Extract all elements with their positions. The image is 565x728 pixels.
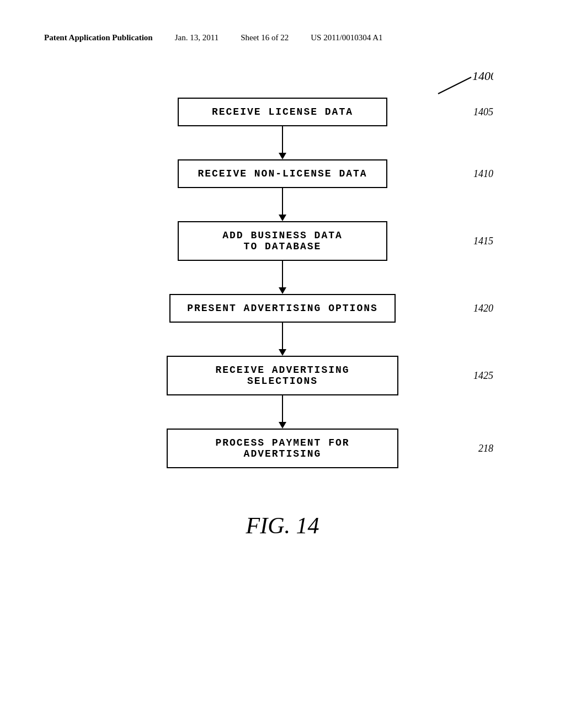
publication-sheet: Sheet 16 of 22 — [241, 33, 289, 42]
node-1425: RECEIVE ADVERTISING SELECTIONS 1425 — [44, 356, 521, 395]
publication-date: Jan. 13, 2011 — [175, 33, 218, 42]
box-1415-line2: TO DATABASE — [195, 241, 370, 252]
arrow-5 — [279, 395, 286, 429]
diagram-1400-label: 1400 — [427, 72, 493, 99]
label-1425: 1425 — [473, 370, 493, 382]
flowchart: RECEIVE LICENSE DATA 1405 RECEIVE NON-LI… — [44, 98, 521, 468]
node-1410: RECEIVE NON-LICENSE DATA 1410 — [44, 159, 521, 188]
arrow-shaft-5 — [282, 395, 283, 422]
node-1405: RECEIVE LICENSE DATA 1405 — [44, 98, 521, 126]
publication-number: US 2011/0010304 A1 — [311, 33, 382, 42]
node-1420: PRESENT ADVERTISING OPTIONS 1420 — [44, 294, 521, 323]
arrow-head-2 — [279, 215, 286, 221]
arrow-shaft-3 — [282, 261, 283, 287]
box-1405: RECEIVE LICENSE DATA — [178, 98, 387, 126]
box-1415-line1: ADD BUSINESS DATA — [195, 230, 370, 241]
box-1410: RECEIVE NON-LICENSE DATA — [178, 159, 387, 188]
page-header: Patent Application Publication Jan. 13, … — [44, 33, 521, 42]
svg-text:1400: 1400 — [472, 72, 493, 83]
arrow-2 — [279, 188, 286, 221]
label-218: 218 — [478, 443, 493, 454]
node-1415: ADD BUSINESS DATA TO DATABASE 1415 — [44, 221, 521, 261]
arrow-head-1 — [279, 153, 286, 159]
label-1400-svg: 1400 — [427, 72, 493, 99]
svg-line-0 — [438, 77, 471, 94]
arrow-1 — [279, 126, 286, 159]
box-1415: ADD BUSINESS DATA TO DATABASE — [178, 221, 387, 261]
label-1410: 1410 — [473, 168, 493, 180]
arrow-shaft-4 — [282, 323, 283, 349]
box-1425: RECEIVE ADVERTISING SELECTIONS — [167, 356, 398, 395]
label-1405: 1405 — [473, 106, 493, 118]
label-1420: 1420 — [473, 303, 493, 314]
arrow-head-5 — [279, 422, 286, 429]
node-218: PROCESS PAYMENT FOR ADVERTISING 218 — [44, 429, 521, 468]
arrow-3 — [279, 261, 286, 294]
box-1420: PRESENT ADVERTISING OPTIONS — [169, 294, 396, 323]
arrow-shaft-2 — [282, 188, 283, 215]
figure-label: FIG. 14 — [44, 512, 521, 539]
publication-title: Patent Application Publication — [44, 33, 153, 42]
arrow-4 — [279, 323, 286, 356]
arrow-head-4 — [279, 349, 286, 356]
label-1415: 1415 — [473, 235, 493, 247]
arrow-shaft-1 — [282, 126, 283, 153]
arrow-head-3 — [279, 287, 286, 294]
box-218: PROCESS PAYMENT FOR ADVERTISING — [167, 429, 398, 468]
